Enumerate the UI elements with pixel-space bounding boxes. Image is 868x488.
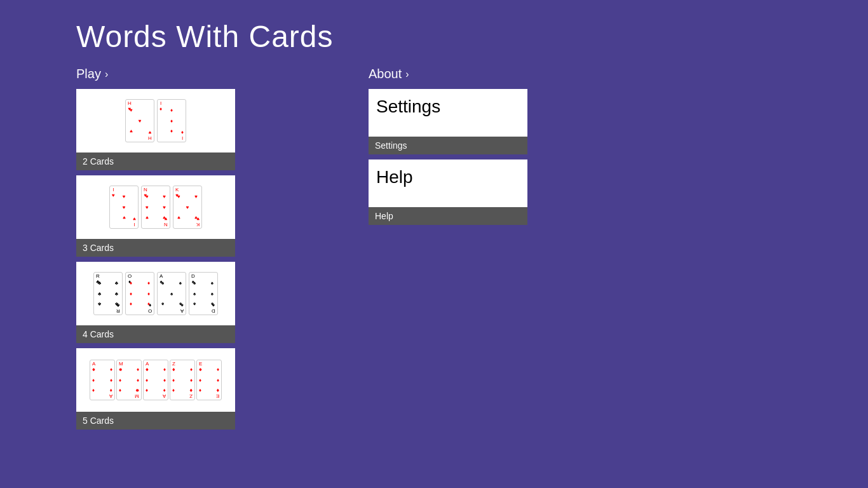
play-section: Play › H♥ ♥ ♥ ♥ H♥ [76, 67, 235, 435]
card-i2: I♥ ♥ ♥ ♥ I♥ [109, 186, 139, 229]
5cards-image: A♦ ♦♦ ♦♦ ♦ A♦ M♦ ♦♦ ♦♦ [76, 348, 235, 412]
play-label: Play [76, 67, 101, 81]
help-image: Help [369, 159, 527, 207]
4cards-label: 4 Cards [76, 325, 235, 343]
3cards-label: 3 Cards [76, 239, 235, 257]
card-n: N♥ ♥♥ ♥♥ ♥♥ N♥ [141, 186, 170, 229]
card-a3: A♦ ♦♦ ♦♦ ♦ A♦ [143, 360, 168, 400]
card-o: O♦ ♦♦ ♦♦ ♦♦ O♦ [125, 272, 154, 315]
play-header[interactable]: Play › [76, 67, 235, 81]
about-header[interactable]: About › [369, 67, 527, 81]
2cards-label: 2 Cards [76, 152, 235, 170]
card-e: E♦ ♦♦ ♦♦ ♦♦ E♦ [196, 360, 222, 400]
card-h: H♥ ♥ ♥ ♥ H♥ [125, 99, 154, 142]
app-title: Words With Cards [0, 0, 868, 67]
card-z: Z♦ ♦♦ ♦♦ ♦♦ Z♦ [170, 360, 195, 400]
about-chevron-icon: › [405, 69, 409, 80]
card-m: M♦ ♦♦ ♦♦ ♦♦ M♦ [116, 360, 142, 400]
3cards-image: I♥ ♥ ♥ ♥ I♥ N♥ ♥♥ ♥♥ [76, 175, 235, 239]
card-a2: A♦ ♦♦ ♦♦ ♦ A♦ [90, 360, 115, 400]
card-i: I♦ ♦ ♦ ♦ I♦ [157, 99, 186, 142]
4cards-image: R♣ ♣♣ ♣♣ ♣♣ R♣ O♦ ♦♦ ♦♦ [76, 262, 235, 325]
help-label: Help [369, 207, 527, 225]
settings-tile[interactable]: Settings Settings [369, 89, 527, 154]
play-chevron-icon: › [105, 69, 108, 80]
help-title: Help [376, 167, 413, 187]
card-r: R♣ ♣♣ ♣♣ ♣♣ R♣ [93, 272, 123, 315]
card-a: A♠ ♠♠ ♠ ♠♠ A♠ [157, 272, 186, 315]
settings-image: Settings [369, 89, 527, 137]
4cards-tile[interactable]: R♣ ♣♣ ♣♣ ♣♣ R♣ O♦ ♦♦ ♦♦ [76, 262, 235, 343]
help-tile[interactable]: Help Help [369, 159, 527, 225]
card-k: K♥ ♥♥ ♥ ♥♥ K♥ [173, 186, 202, 229]
settings-label: Settings [369, 137, 527, 154]
5cards-label: 5 Cards [76, 412, 235, 430]
2cards-tile[interactable]: H♥ ♥ ♥ ♥ H♥ I♦ ♦ ♦ ♦ [76, 89, 235, 170]
card-d: D♠ ♠♠ ♠♠ ♠♠ D♠ [189, 272, 218, 315]
5cards-tile[interactable]: A♦ ♦♦ ♦♦ ♦ A♦ M♦ ♦♦ ♦♦ [76, 348, 235, 430]
about-label: About [369, 67, 402, 81]
2cards-image: H♥ ♥ ♥ ♥ H♥ I♦ ♦ ♦ ♦ [76, 89, 235, 152]
settings-title: Settings [376, 97, 440, 117]
about-section: About › Settings Settings Help Help [369, 67, 527, 435]
3cards-tile[interactable]: I♥ ♥ ♥ ♥ I♥ N♥ ♥♥ ♥♥ [76, 175, 235, 257]
